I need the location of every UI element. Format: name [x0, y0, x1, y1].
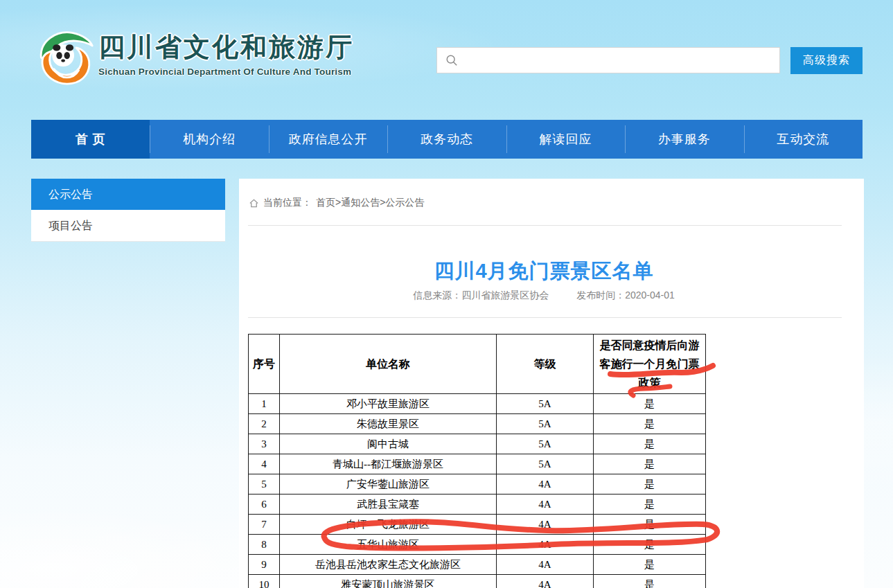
nav-item-gov-news[interactable]: 政务动态	[387, 120, 506, 159]
table-cell: 是	[594, 535, 706, 555]
article-publish-time: 发布时间：2020-04-01	[576, 289, 675, 301]
table-cell: 5A	[497, 394, 594, 414]
nav-item-home[interactable]: 首 页	[31, 120, 150, 159]
sidebar: 公示公告项目公告	[31, 179, 225, 242]
table-cell: 是	[594, 575, 706, 588]
sidebar-item-public-notice[interactable]: 公示公告	[31, 179, 225, 210]
content-panel: 当前位置： 首页>通知公告>公示公告 四川4月免门票景区名单 信息来源：四川省旅…	[239, 179, 864, 588]
table-cell: 5A	[497, 454, 594, 474]
article-meta: 信息来源：四川省旅游景区协会 发布时间：2020-04-01	[239, 289, 849, 302]
article-title: 四川4月免门票景区名单	[239, 258, 849, 285]
meta-divider	[248, 317, 842, 318]
table-row: 2朱德故里景区5A是	[249, 414, 706, 434]
table-row: 9岳池县岳池农家生态文化旅游区4A是	[249, 555, 706, 575]
table-cell: 是	[594, 474, 706, 495]
table-cell: 广安华蓥山旅游区	[280, 474, 497, 495]
table-cell: 是	[594, 414, 706, 434]
table-cell: 2	[249, 414, 280, 434]
main-nav: 首 页机构介绍政府信息公开政务动态解读回应办事服务互动交流	[31, 120, 863, 159]
breadcrumb-divider	[248, 225, 842, 226]
table-row: 10雅安蒙顶山旅游景区4A是	[249, 575, 706, 588]
table-cell: 5	[249, 474, 280, 495]
table-cell: 8	[249, 535, 280, 555]
site-brand: 四川省文化和旅游厅 Sichuan Provincial Department …	[98, 33, 354, 77]
table-row: 5广安华蓥山旅游区4A是	[249, 474, 706, 495]
table-cell: 7	[249, 515, 280, 535]
table-cell: 4A	[497, 555, 594, 575]
table-cell: 阆中古城	[280, 434, 497, 454]
breadcrumb-path[interactable]: 首页>通知公告>公示公告	[316, 197, 424, 209]
table-cell: 邓小平故里旅游区	[280, 394, 497, 414]
table-cell: 4A	[497, 575, 594, 588]
table-header-row: 序号单位名称等级是否同意疫情后向游客施行一个月免门票政策	[249, 335, 706, 394]
table-cell: 1	[249, 394, 280, 414]
table-cell: 10	[249, 575, 280, 588]
column-header: 等级	[497, 335, 594, 394]
nav-item-services[interactable]: 办事服务	[625, 120, 743, 159]
table-row: 7白坪—飞龙旅游区4A是	[249, 515, 706, 535]
search-icon	[445, 54, 458, 66]
table-cell: 3	[249, 434, 280, 454]
search-input[interactable]	[463, 48, 778, 74]
table-cell: 岳池县岳池农家生态文化旅游区	[280, 555, 497, 575]
table-cell: 是	[594, 495, 706, 515]
column-header: 单位名称	[280, 335, 497, 394]
panda-swirl-logo	[32, 26, 97, 87]
table-row: 6武胜县宝箴塞4A是	[249, 495, 706, 515]
article-source: 信息来源：四川省旅游景区协会	[413, 289, 549, 301]
table-cell: 4A	[497, 515, 594, 535]
table-cell: 朱德故里景区	[280, 414, 497, 434]
home-icon	[249, 198, 259, 208]
table-row: 8五华山旅游区4A是	[249, 535, 706, 555]
table-cell: 6	[249, 495, 280, 515]
table-cell: 是	[594, 434, 706, 454]
table-cell: 白坪—飞龙旅游区	[280, 515, 497, 535]
table-cell: 雅安蒙顶山旅游景区	[280, 575, 497, 588]
scenic-area-table: 序号单位名称等级是否同意疫情后向游客施行一个月免门票政策 1邓小平故里旅游区5A…	[248, 334, 706, 588]
table-row: 1邓小平故里旅游区5A是	[249, 394, 706, 414]
nav-item-about[interactable]: 机构介绍	[150, 120, 268, 159]
site-subtitle: Sichuan Provincial Department Of Culture…	[98, 66, 354, 77]
table-cell: 4A	[497, 535, 594, 555]
table-body: 1邓小平故里旅游区5A是2朱德故里景区5A是3阆中古城5A是4青城山--都江堰旅…	[249, 394, 706, 588]
table-cell: 4	[249, 454, 280, 474]
table-cell: 5A	[497, 434, 594, 454]
nav-item-gov-info[interactable]: 政府信息公开	[269, 120, 387, 159]
nav-item-interaction[interactable]: 互动交流	[744, 120, 863, 159]
advanced-search-button[interactable]: 高级搜索	[790, 47, 863, 74]
table-cell: 是	[594, 555, 706, 575]
column-header: 序号	[249, 335, 280, 394]
breadcrumb-label: 当前位置：	[263, 197, 312, 209]
table-cell: 是	[594, 454, 706, 474]
table-cell: 五华山旅游区	[280, 535, 497, 555]
nav-item-interpretation[interactable]: 解读回应	[506, 120, 625, 159]
table-cell: 是	[594, 394, 706, 414]
table-cell: 5A	[497, 414, 594, 434]
table-cell: 4A	[497, 474, 594, 495]
sidebar-item-project-notice[interactable]: 项目公告	[31, 210, 225, 242]
table-cell: 青城山--都江堰旅游景区	[280, 454, 497, 474]
breadcrumb: 当前位置： 首页>通知公告>公示公告	[249, 197, 424, 209]
column-header: 是否同意疫情后向游客施行一个月免门票政策	[594, 335, 706, 394]
table-row: 4青城山--都江堰旅游景区5A是	[249, 454, 706, 474]
search-box	[436, 47, 780, 73]
table-cell: 9	[249, 555, 280, 575]
site-title: 四川省文化和旅游厅	[98, 33, 354, 63]
table-cell: 武胜县宝箴塞	[280, 495, 497, 515]
table-cell: 是	[594, 515, 706, 535]
table-row: 3阆中古城5A是	[249, 434, 706, 454]
table-cell: 4A	[497, 495, 594, 515]
